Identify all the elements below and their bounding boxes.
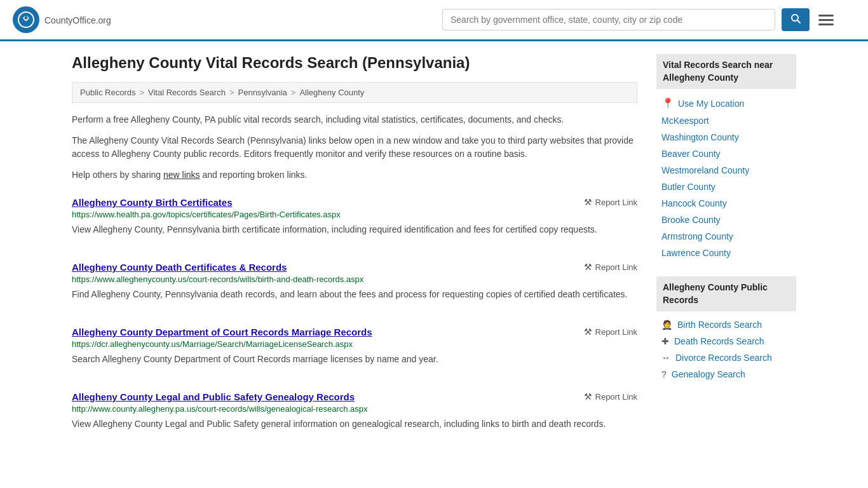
sidebar-link-washington[interactable]: Washington County — [656, 129, 796, 146]
sidebar-link-death-records[interactable]: ✚ Death Records Search — [656, 333, 796, 349]
search-area — [442, 8, 836, 31]
svg-line-3 — [797, 20, 800, 23]
result-desc-0: View Allegheny County, Pennsylvania birt… — [72, 223, 637, 236]
menu-bar-3 — [818, 24, 834, 25]
new-links-link[interactable]: new links — [163, 170, 200, 180]
result-title-1[interactable]: Allegheny County Death Certificates & Re… — [72, 262, 287, 273]
result-url-2[interactable]: https://dcr.alleghenycounty.us/Marriage/… — [72, 339, 637, 349]
result-item-2: Allegheny County Department of Court Rec… — [72, 327, 637, 376]
result-item-3: Allegheny County Legal and Public Safety… — [72, 391, 637, 441]
report-link-1[interactable]: ⚒ Report Link — [584, 262, 637, 272]
result-desc-3: View Allegheny County Legal and Public S… — [72, 417, 637, 431]
page-title: Allegheny County Vital Records Search (P… — [72, 54, 637, 72]
breadcrumb-sep-2: > — [229, 88, 234, 97]
result-title-row-3: Allegheny County Legal and Public Safety… — [72, 391, 637, 402]
result-title-2[interactable]: Allegheny County Department of Court Rec… — [72, 327, 372, 337]
search-icon — [790, 13, 801, 24]
report-link-3[interactable]: ⚒ Report Link — [584, 391, 637, 402]
breadcrumb-sep-3: > — [291, 88, 296, 97]
genealogy-label: Genealogy Search — [672, 369, 745, 379]
result-desc-2: Search Allegheny County Department of Co… — [72, 353, 637, 366]
location-pin-icon: 📍 — [661, 97, 674, 109]
logo-icon — [13, 6, 39, 33]
sidebar-link-armstrong[interactable]: Armstrong County — [656, 228, 796, 245]
sidebar-public-records-section: Allegheny County Public Records 🤵 Birth … — [656, 276, 796, 383]
sidebar-link-beaver[interactable]: Beaver County — [656, 146, 796, 162]
use-location-label: Use My Location — [678, 98, 744, 109]
result-item-0: Allegheny County Birth Certificates ⚒ Re… — [72, 197, 637, 247]
breadcrumb: Public Records > Vital Records Search > … — [72, 82, 637, 103]
sidebar-link-brooke[interactable]: Brooke County — [656, 212, 796, 228]
report-icon-3: ⚒ — [584, 391, 592, 402]
breadcrumb-sep-1: > — [139, 88, 144, 97]
report-icon-1: ⚒ — [584, 262, 592, 272]
sidebar-link-hancock[interactable]: Hancock County — [656, 195, 796, 212]
breadcrumb-item-allegheny[interactable]: Allegheny County — [299, 88, 364, 97]
logo-area: CountyOffice.org — [13, 6, 111, 33]
report-icon-0: ⚒ — [584, 197, 592, 207]
sidebar-link-genealogy[interactable]: ? Genealogy Search — [656, 366, 796, 383]
main-container: Allegheny County Vital Records Search (P… — [53, 41, 815, 454]
result-url-0[interactable]: https://www.health.pa.gov/topics/certifi… — [72, 210, 637, 219]
results-list: Allegheny County Birth Certificates ⚒ Re… — [72, 197, 637, 441]
sidebar-link-butler[interactable]: Butler County — [656, 179, 796, 195]
report-link-2[interactable]: ⚒ Report Link — [584, 327, 637, 337]
question-icon: ? — [661, 369, 667, 379]
sidebar-link-westmoreland[interactable]: Westmoreland County — [656, 162, 796, 179]
breadcrumb-item-public-records[interactable]: Public Records — [80, 88, 135, 97]
logo-text[interactable]: CountyOffice.org — [44, 13, 111, 27]
header: CountyOffice.org — [0, 0, 868, 41]
sidebar-link-divorce-records[interactable]: ↔ Divorce Records Search — [656, 349, 796, 366]
result-title-row-1: Allegheny County Death Certificates & Re… — [72, 262, 637, 273]
use-location-row[interactable]: 📍 Use My Location — [656, 94, 796, 112]
sidebar-link-birth-records[interactable]: 🤵 Birth Records Search — [656, 316, 796, 333]
breadcrumb-item-pennsylvania[interactable]: Pennsylvania — [238, 88, 287, 97]
svg-point-1 — [25, 17, 28, 20]
sidebar-link-lawrence[interactable]: Lawrence County — [656, 245, 796, 261]
birth-records-label: Birth Records Search — [677, 320, 762, 330]
sidebar-nearby-section: Vital Records Search near Allegheny Coun… — [656, 54, 796, 261]
result-desc-1: Find Allegheny County, Pennsylvania deat… — [72, 288, 637, 301]
sidebar-nearby-heading: Vital Records Search near Allegheny Coun… — [656, 54, 796, 89]
result-title-row-2: Allegheny County Department of Court Rec… — [72, 327, 637, 337]
death-records-label: Death Records Search — [674, 336, 764, 346]
breadcrumb-item-vital-records[interactable]: Vital Records Search — [148, 88, 226, 97]
search-button[interactable] — [782, 8, 810, 31]
sidebar-link-mckeesport[interactable]: McKeesport — [656, 112, 796, 129]
desc-para-3: Help others by sharing new links and rep… — [72, 168, 637, 182]
menu-bar-1 — [818, 15, 834, 17]
result-title-3[interactable]: Allegheny County Legal and Public Safety… — [72, 391, 355, 402]
result-title-row-0: Allegheny County Birth Certificates ⚒ Re… — [72, 197, 637, 208]
divorce-records-label: Divorce Records Search — [675, 353, 772, 363]
result-item-1: Allegheny County Death Certificates & Re… — [72, 262, 637, 311]
result-url-3[interactable]: http://www.county.allegheny.pa.us/court-… — [72, 404, 637, 414]
person-icon: 🤵 — [661, 320, 672, 330]
search-input[interactable] — [442, 9, 775, 30]
result-url-1[interactable]: https://www.alleghenycounty.us/court-rec… — [72, 274, 637, 284]
menu-bar-2 — [818, 19, 834, 21]
result-title-0[interactable]: Allegheny County Birth Certificates — [72, 197, 233, 208]
sidebar: Vital Records Search near Allegheny Coun… — [656, 54, 796, 441]
report-link-0[interactable]: ⚒ Report Link — [584, 197, 637, 207]
arrows-icon: ↔ — [661, 353, 670, 363]
desc-para-1: Perform a free Allegheny County, PA publ… — [72, 113, 637, 126]
report-icon-2: ⚒ — [584, 327, 592, 337]
content-area: Allegheny County Vital Records Search (P… — [72, 54, 637, 441]
sidebar-public-records-heading: Allegheny County Public Records — [656, 276, 796, 311]
cross-icon: ✚ — [661, 336, 669, 346]
desc-para-2: The Allegheny County Vital Records Searc… — [72, 134, 637, 161]
menu-button[interactable] — [816, 12, 836, 28]
